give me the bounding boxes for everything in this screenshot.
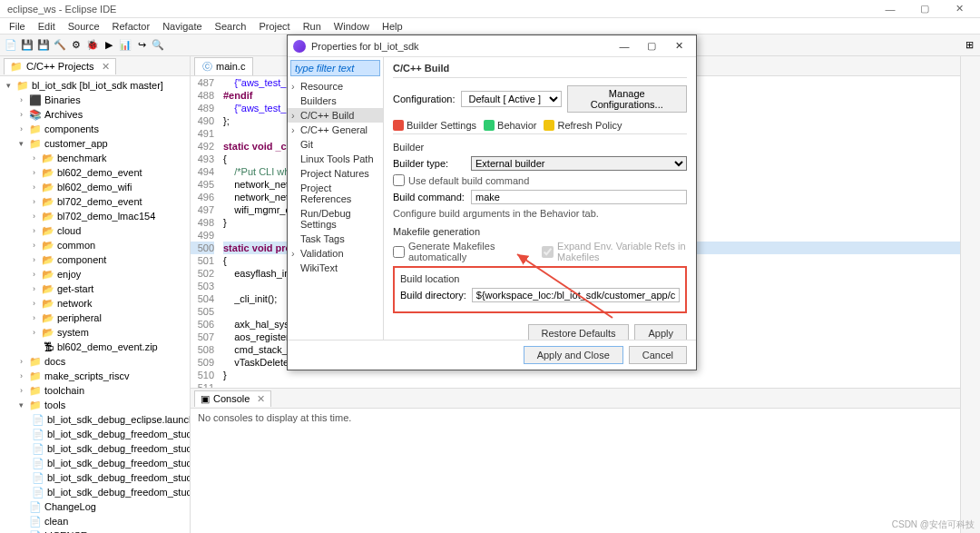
expander-icon[interactable]: › [29, 313, 39, 323]
maximize-icon[interactable]: ▢ [911, 1, 938, 17]
tree-item[interactable]: ›📁docs [0, 354, 190, 369]
menu-edit[interactable]: Edit [33, 19, 61, 34]
minimize-icon[interactable]: — [877, 1, 904, 17]
build-cmd-input[interactable] [471, 190, 687, 204]
use-default-checkbox[interactable]: Use default build command [393, 174, 687, 186]
save-all-icon[interactable]: 💾 [36, 38, 51, 53]
dialog-minimize-icon[interactable]: — [612, 38, 636, 54]
tree-item[interactable]: 🗜bl602_demo_event.zip [0, 340, 190, 354]
menu-project[interactable]: Project [253, 19, 295, 34]
expander-icon[interactable]: › [16, 357, 26, 367]
tree-item[interactable]: 📄bl_iot_sdk_debug_eclipse.launch [0, 412, 190, 427]
expander-icon[interactable]: › [29, 183, 39, 192]
editor-tab-main[interactable]: ⓒ main.c [194, 57, 253, 75]
tree-item[interactable]: ›📁toolchain [0, 383, 190, 398]
expander-icon[interactable]: › [29, 284, 39, 294]
nav-git[interactable]: Git [288, 137, 383, 152]
tree-item[interactable]: 📄bl_iot_sdk_debug_freedom_studio.launch [0, 485, 190, 499]
cancel-button[interactable]: Cancel [629, 346, 687, 364]
tree-item[interactable]: ›📂enjoy [0, 267, 190, 281]
nav-task-tags[interactable]: Task Tags [288, 232, 383, 246]
debug-icon[interactable]: 🐞 [85, 38, 100, 53]
tree-item[interactable]: ▾📁tools [0, 398, 190, 412]
tree-item[interactable]: 📄ChangeLog [0, 499, 190, 514]
nav-resource[interactable]: Resource [288, 79, 383, 94]
nav-linux-tools-path[interactable]: Linux Tools Path [288, 152, 383, 166]
tree-item[interactable]: ›📂system [0, 325, 190, 340]
nav-project-natures[interactable]: Project Natures [288, 166, 383, 181]
tab-builder-settings[interactable]: Builder Settings [393, 120, 476, 131]
tree-item[interactable]: ›⬛Binaries [0, 93, 190, 107]
expander-icon[interactable] [16, 502, 26, 512]
expander-icon[interactable]: › [29, 168, 39, 178]
expander-icon[interactable]: › [29, 328, 39, 338]
menu-run[interactable]: Run [298, 19, 327, 34]
nav-wikitext[interactable]: WikiText [288, 261, 383, 275]
gen-makefiles-checkbox[interactable]: Generate Makefiles automatically [393, 241, 518, 262]
menu-navigate[interactable]: Navigate [157, 19, 207, 34]
menu-source[interactable]: Source [63, 19, 105, 34]
nav-c-c-build[interactable]: C/C++ Build [288, 108, 383, 123]
nav-project-references[interactable]: Project References [288, 181, 383, 206]
tree-item[interactable]: ›📂component [0, 252, 190, 267]
run-icon[interactable]: ▶ [102, 38, 116, 53]
expander-icon[interactable]: › [16, 95, 26, 105]
new-icon[interactable]: 📄 [4, 38, 18, 53]
tree-item[interactable]: ›📂get-start [0, 281, 190, 296]
expander-icon[interactable]: › [29, 226, 39, 236]
tree-item[interactable]: 📄bl_iot_sdk_debug_freedom_studio_win.lau… [0, 470, 190, 485]
expander-icon[interactable]: › [29, 197, 39, 207]
config-select[interactable]: Default [ Active ] [461, 91, 562, 107]
tab-refresh-policy[interactable]: Refresh Policy [544, 120, 622, 131]
tree-item[interactable]: ›📂bl702_demo_event [0, 194, 190, 209]
expander-icon[interactable]: › [16, 110, 26, 120]
menu-file[interactable]: File [4, 19, 31, 34]
filter-input[interactable] [290, 60, 380, 76]
expander-icon[interactable]: ▾ [16, 139, 26, 149]
tree-item[interactable]: ›📂bl702_demo_lmac154 [0, 209, 190, 223]
save-icon[interactable]: 💾 [20, 38, 34, 53]
expander-icon[interactable]: › [29, 255, 39, 265]
expander-icon[interactable]: ▾ [4, 81, 14, 91]
tree-item[interactable]: ▾📁customer_app [0, 136, 190, 151]
tree-item[interactable]: ›📂benchmark [0, 151, 190, 165]
dialog-close-icon[interactable]: ✕ [667, 38, 691, 54]
tree-item[interactable]: 📄bl_iot_sdk_debug_freedom_studio_win_att… [0, 427, 190, 441]
close-tab-icon[interactable]: ✕ [102, 61, 110, 73]
toggle-icon[interactable]: ⚙ [69, 38, 83, 53]
tree-item[interactable]: ›📂network [0, 296, 190, 311]
tree-item[interactable]: ▾📁bl_iot_sdk [bl_iot_sdk master] [0, 78, 190, 93]
expander-icon[interactable]: › [29, 241, 39, 251]
step-icon[interactable]: ↪ [134, 38, 149, 53]
tree-item[interactable]: ›📂common [0, 238, 190, 252]
menu-refactor[interactable]: Refactor [107, 19, 156, 34]
build-dir-input[interactable] [472, 288, 680, 302]
menu-window[interactable]: Window [328, 19, 375, 34]
expander-icon[interactable]: › [29, 299, 39, 309]
projects-tab[interactable]: 📁 C/C++ Projects ✕ [4, 58, 116, 74]
build-icon[interactable]: 🔨 [53, 38, 67, 53]
nav-run-debug-settings[interactable]: Run/Debug Settings [288, 206, 383, 232]
expander-icon[interactable]: › [16, 371, 26, 381]
expander-icon[interactable]: ▾ [16, 400, 26, 410]
tree-item[interactable]: ›📂cloud [0, 223, 190, 238]
expander-icon[interactable]: › [16, 124, 26, 134]
nav-c-c-general[interactable]: C/C++ General [288, 123, 383, 137]
nav-validation[interactable]: Validation [288, 246, 383, 261]
expander-icon[interactable]: › [29, 270, 39, 280]
menu-search[interactable]: Search [210, 19, 252, 34]
tree-item[interactable]: ›📁components [0, 122, 190, 136]
tree-item[interactable]: 📄bl_iot_sdk_debug_freedom_studio_win_att… [0, 441, 190, 456]
expander-icon[interactable] [16, 517, 26, 527]
tree-item[interactable]: 📄LICENSE [0, 528, 190, 533]
tree-item[interactable]: ›📂bl602_demo_wifi [0, 180, 190, 194]
project-tree[interactable]: ▾📁bl_iot_sdk [bl_iot_sdk master]›⬛Binari… [0, 76, 190, 533]
tree-item[interactable]: ›📁make_scripts_riscv [0, 369, 190, 383]
console-tab[interactable]: ▣ Console ✕ [194, 390, 271, 407]
close-tab-icon[interactable]: ✕ [257, 393, 265, 405]
expander-icon[interactable]: › [29, 212, 39, 222]
tree-item[interactable]: ›📂bl602_demo_event [0, 165, 190, 180]
expander-icon[interactable] [29, 342, 39, 352]
expander-icon[interactable]: › [29, 153, 39, 163]
profile-icon[interactable]: 📊 [118, 38, 132, 53]
